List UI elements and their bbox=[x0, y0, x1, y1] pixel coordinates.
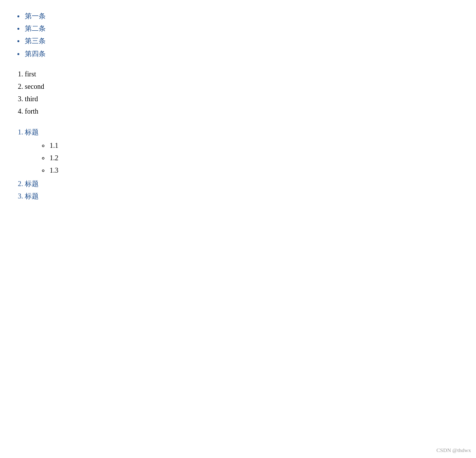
list-item: 第二条 bbox=[25, 22, 466, 35]
list-item: 第四条 bbox=[25, 48, 466, 60]
bullet-list: 第一条 第二条 第三条 第四条 bbox=[10, 10, 466, 60]
list-item: 1.2 bbox=[50, 152, 466, 164]
list-item: 标题 bbox=[25, 178, 466, 190]
list-item: 1.1 bbox=[50, 139, 466, 152]
list-item: 第一条 bbox=[25, 10, 466, 22]
list-item: forth bbox=[25, 105, 466, 118]
sub-list: 1.1 1.2 1.3 bbox=[25, 139, 466, 177]
list-item: second bbox=[25, 80, 466, 93]
list-item: third bbox=[25, 93, 466, 105]
list-item: 1.3 bbox=[50, 164, 466, 177]
list-item: first bbox=[25, 68, 466, 80]
list-item: 标题 bbox=[25, 190, 466, 202]
watermark: CSDN @thdwx bbox=[436, 447, 471, 453]
ordered-list-simple: first second third forth bbox=[10, 68, 466, 118]
ordered-list-nested: 标题 1.1 1.2 1.3 标题 标题 bbox=[10, 126, 466, 203]
list-item-nested: 标题 1.1 1.2 1.3 bbox=[25, 126, 466, 177]
list-item: 第三条 bbox=[25, 35, 466, 47]
